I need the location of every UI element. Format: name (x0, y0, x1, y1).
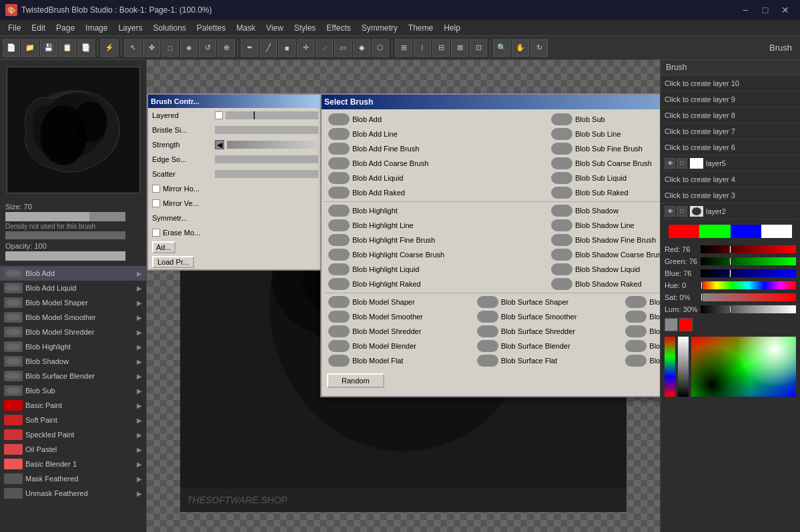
brush-item-6[interactable]: Blob Shadow▶ (0, 354, 146, 369)
tool-rotate[interactable]: ↺ (199, 39, 216, 57)
tool-square[interactable]: ■ (278, 39, 296, 57)
menu-palettes[interactable]: Palettes (191, 22, 231, 34)
menu-page[interactable]: Page (51, 22, 80, 34)
menu-styles[interactable]: Styles (289, 22, 322, 34)
brush-item-9[interactable]: Basic Paint▶ (0, 398, 146, 413)
dialog-brush-blob-model-blender[interactable]: Blob Model Blender (324, 339, 473, 353)
layer-item-6[interactable]: Click to create layer 4 (661, 171, 800, 187)
dialog-brush-blob-sub-coarse-brush[interactable]: Blob Sub Coarse Brush (547, 156, 660, 171)
menu-layers[interactable]: Layers (113, 22, 147, 34)
hue-strip[interactable] (665, 337, 675, 397)
eye-icon[interactable]: 👁 (665, 206, 675, 217)
brush-item-11[interactable]: Speckled Paint▶ (0, 427, 146, 442)
layer-item-7[interactable]: Click to create layer 3 (661, 187, 800, 203)
dialog-brush-blob-add-line[interactable]: Blob Add Line (324, 127, 547, 141)
brush-item-3[interactable]: Blob Model Smoother▶ (0, 310, 146, 325)
menu-solutions[interactable]: Solutions (147, 22, 191, 34)
dialog-brush-blob-add-raked[interactable]: Blob Add Raked (324, 185, 547, 200)
brush-item-12[interactable]: Oil Pastel▶ (0, 442, 146, 457)
brush-item-4[interactable]: Blob Model Shredder▶ (0, 325, 146, 339)
tool-8[interactable]: ⊠ (451, 39, 468, 57)
layer-item-1[interactable]: Click to create layer 9 (661, 91, 800, 107)
dialog-brush-blob-shadow-fine-brush[interactable]: Blob Shadow Fine Brush (547, 233, 660, 247)
menu-edit[interactable]: Edit (26, 22, 51, 34)
dialog-brush-blob-object-shredder[interactable]: Blob Object Shredder (621, 324, 660, 339)
sat-slider[interactable] (701, 293, 796, 301)
dialog-brush-blob-model-smoother[interactable]: Blob Model Smoother (324, 309, 473, 324)
tool-5[interactable]: ⊕ (218, 39, 235, 57)
swatch-white[interactable] (761, 225, 792, 238)
dialog-brush-blob-surface-flat[interactable]: Blob Surface Flat (473, 353, 622, 368)
tool-zoom[interactable]: 🔍 (493, 39, 510, 57)
dialog-brush-blob-add-coarse-brush[interactable]: Blob Add Coarse Brush (324, 156, 547, 171)
dialog-brush-blob-highlight-liquid[interactable]: Blob Highlight Liquid (324, 262, 547, 277)
tool-line[interactable]: ╱ (260, 39, 277, 57)
dialog-brush-blob-surface-shredder[interactable]: Blob Surface Shredder (473, 324, 622, 339)
dialog-brush-blob-model-shredder[interactable]: Blob Model Shredder (324, 324, 473, 339)
dialog-brush-blob-highlight[interactable]: Blob Highlight (324, 203, 547, 218)
hue-slider[interactable] (701, 281, 796, 289)
brush-item-8[interactable]: Blob Sub▶ (0, 383, 146, 398)
swatch-blue[interactable] (731, 225, 761, 238)
tool-9[interactable]: ⊡ (470, 39, 487, 57)
dialog-brush-blob-surface-shaper[interactable]: Blob Surface Shaper (473, 295, 622, 309)
small-swatch-red[interactable] (679, 318, 693, 331)
menu-help[interactable]: Help (438, 22, 466, 34)
menu-image[interactable]: Image (80, 22, 113, 34)
blue-slider[interactable] (701, 269, 796, 277)
brush-item-14[interactable]: Mask Feathered▶ (0, 471, 146, 486)
dialog-brush-blob-highlight-line[interactable]: Blob Highlight Line (324, 218, 547, 233)
small-swatch-gray[interactable] (665, 318, 678, 331)
tool-lightning[interactable]: ⚡ (101, 39, 118, 57)
tool-save[interactable]: 💾 (40, 39, 57, 57)
swatch-red[interactable] (669, 225, 699, 238)
menu-view[interactable]: View (261, 22, 289, 34)
tool-4[interactable]: ◈ (180, 39, 197, 57)
dialog-brush-blob-object-shaper[interactable]: Blob Object Shaper (621, 295, 660, 309)
tool-open[interactable]: 📁 (21, 39, 39, 57)
tool-cross[interactable]: ✛ (297, 39, 314, 57)
brush-item-0[interactable]: Blob Add▶ (0, 266, 146, 281)
lum-slider[interactable] (701, 305, 796, 313)
mirror-h-checkbox[interactable] (152, 185, 160, 193)
layer-item-5[interactable]: 👁□layer5 (661, 155, 800, 171)
menu-mask[interactable]: Mask (231, 22, 261, 34)
tool-7[interactable]: ⊟ (432, 39, 450, 57)
opacity-slider[interactable] (5, 251, 125, 261)
layer-item-2[interactable]: Click to create layer 8 (661, 107, 800, 123)
dialog-brush-blob-object-flat[interactable]: Blob Object Flat (621, 353, 660, 368)
menu-symmetry[interactable]: Symmetry (356, 22, 403, 34)
menu-theme[interactable]: Theme (403, 22, 438, 34)
brush-item-10[interactable]: Soft Paint▶ (0, 413, 146, 427)
dialog-brush-blob-model-flat[interactable]: Blob Model Flat (324, 353, 473, 368)
dialog-brush-blob-surface-smoother[interactable]: Blob Surface Smoother (473, 309, 622, 324)
dialog-brush-blob-sub-fine-brush[interactable]: Blob Sub Fine Brush (547, 141, 660, 156)
dialog-brush-blob-highlight-raked[interactable]: Blob Highlight Raked (324, 277, 547, 291)
close-button[interactable]: ✕ (776, 3, 795, 17)
menu-file[interactable]: File (3, 22, 26, 34)
tool-pen[interactable]: ✒ (241, 39, 258, 57)
brush-item-15[interactable]: Unmask Feathered▶ (0, 486, 146, 501)
dialog-brush-blob-sub-liquid[interactable]: Blob Sub Liquid (547, 171, 660, 185)
dialog-brush-blob-add-liquid[interactable]: Blob Add Liquid (324, 171, 547, 185)
brush-item-1[interactable]: Blob Add Liquid▶ (0, 281, 146, 295)
layer-item-4[interactable]: Click to create layer 6 (661, 139, 800, 155)
eye-icon[interactable]: 👁 (665, 158, 675, 169)
brush-item-13[interactable]: Basic Blender 1▶ (0, 457, 146, 471)
dialog-brush-blob-shadow-raked[interactable]: Blob Shadow Raked (547, 277, 660, 291)
tool-rotate2[interactable]: ↻ (530, 39, 548, 57)
tool-hand[interactable]: ✋ (512, 39, 529, 57)
dialog-brush-blob-add[interactable]: Blob Add (324, 112, 547, 127)
brush-item-5[interactable]: Blob Highlight▶ (0, 339, 146, 354)
dialog-brush-blob-highlight-fine-brush[interactable]: Blob Highlight Fine Brush (324, 233, 547, 247)
tool-new[interactable]: 📄 (3, 39, 20, 57)
dialog-brush-blob-model-shaper[interactable]: Blob Model Shaper (324, 295, 473, 309)
layered-checkbox[interactable] (215, 111, 223, 119)
swatch-green[interactable] (699, 225, 730, 238)
dialog-brush-blob-surface-blender[interactable]: Blob Surface Blender (473, 339, 622, 353)
dialog-brush-blob-sub-line[interactable]: Blob Sub Line (547, 127, 660, 141)
dialog-brush-blob-object-smoother[interactable]: Blob Object Smoother (621, 309, 660, 324)
dialog-brush-blob-shadow[interactable]: Blob Shadow (547, 203, 660, 218)
dialog-brush-blob-sub-raked[interactable]: Blob Sub Raked (547, 185, 660, 200)
dialog-brush-blob-highlight-coarse-brush[interactable]: Blob Highlight Coarse Brush (324, 247, 547, 262)
